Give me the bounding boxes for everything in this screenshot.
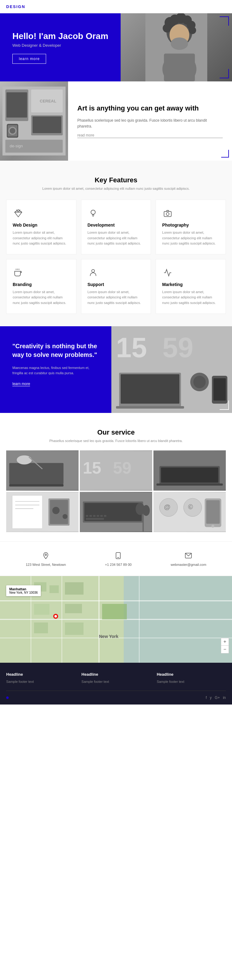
quote-bottom-decoration — [219, 401, 229, 410]
svg-point-39 — [92, 269, 94, 272]
feature-body-marketing: Lorem ipsum dolor sit amet, consectetur … — [162, 290, 219, 306]
email-icon — [184, 551, 193, 560]
map-label-title: Manhattan — [9, 587, 38, 591]
svg-rect-74 — [86, 515, 89, 517]
quote-image-col: 15 59 — [111, 326, 232, 413]
svg-point-69 — [52, 507, 59, 514]
phone-icon — [113, 551, 123, 560]
service-img-1-svg — [6, 450, 79, 491]
footer-heading-2: Headline — [81, 672, 150, 677]
service-image-4 — [6, 492, 79, 532]
svg-rect-80 — [86, 518, 104, 520]
site-logo: DESIGN — [6, 4, 25, 9]
svg-point-91 — [211, 525, 215, 528]
svg-rect-108 — [65, 582, 84, 595]
hero-subtitle: Web Designer & Developer — [13, 43, 219, 48]
quote-content: "Creativity is nothing but the way to so… — [0, 326, 111, 413]
quote-image-svg: 15 59 — [111, 326, 232, 413]
service-heading: Our service — [6, 428, 226, 436]
service-image-3 — [153, 450, 226, 491]
service-image-1 — [6, 450, 79, 491]
svg-point-47 — [193, 376, 206, 388]
svg-rect-15 — [6, 92, 27, 118]
contact-phone-text: +1 234 567 89 00 — [105, 563, 132, 566]
art-read-more-link[interactable]: read more — [77, 133, 223, 138]
map-zoom-out-button[interactable]: − — [221, 646, 229, 653]
footer-body-2: Sample footer text — [81, 679, 150, 685]
hero-content: Hello! I'am Jacob Oram Web Designer & De… — [0, 19, 232, 76]
features-grid: Web Design Lorem ipsum dolor sit amet, c… — [6, 200, 226, 314]
diamond-icon — [13, 208, 24, 219]
hero-section: Hello! I'am Jacob Oram Web Designer & De… — [0, 13, 232, 81]
art-heading: Art is anything you can get away with — [77, 104, 223, 113]
site-footer: Headline Sample footer text Headline Sam… — [0, 663, 232, 705]
svg-rect-75 — [89, 515, 92, 517]
art-image-placeholder: CEREAL de-sign — [0, 81, 68, 161]
map-placeholder: New York Manhattan New York, NY 10036 + … — [0, 576, 232, 663]
feature-card-branding: Branding Lorem ipsum dolor sit amet, con… — [6, 259, 76, 314]
svg-text:de-sign: de-sign — [10, 144, 23, 148]
camera-icon — [162, 208, 173, 219]
art-body: Phasellus scelerisque sed leo quis gravi… — [77, 118, 223, 129]
feature-title-branding: Branding — [13, 282, 70, 287]
svg-rect-44 — [121, 374, 180, 404]
map-label: Manhattan New York, NY 10036 — [6, 585, 41, 596]
footer-body-1: Sample footer text — [6, 679, 75, 685]
svg-rect-49 — [213, 378, 226, 401]
art-collage-svg: CEREAL de-sign — [3, 84, 65, 158]
social-links: f y G+ in — [206, 695, 226, 700]
svg-rect-61 — [157, 483, 223, 485]
service-subtitle: Phasellus scelerisque sed leo quis gravi… — [6, 439, 226, 443]
svg-rect-34 — [164, 212, 172, 216]
quote-image-placeholder: 15 59 — [111, 326, 232, 413]
location-icon — [41, 551, 51, 560]
footer-bottom: f y G+ in — [6, 690, 226, 700]
feature-title-support: Support — [87, 282, 145, 287]
footer-heading-1: Headline — [6, 672, 75, 677]
svg-rect-45 — [116, 406, 184, 409]
svg-rect-79 — [104, 515, 106, 517]
art-image-col: CEREAL de-sign — [0, 81, 68, 161]
service-image-5 — [80, 492, 152, 532]
social-link-googleplus[interactable]: G+ — [215, 695, 219, 700]
contact-phone: +1 234 567 89 00 — [105, 551, 132, 566]
footer-logo-dot — [6, 697, 9, 699]
bulb-icon — [87, 208, 99, 219]
quote-text: "Creativity is nothing but the way to so… — [13, 342, 99, 359]
feature-title-web-design: Web Design — [13, 223, 70, 228]
features-section: Key Features Lorem ipsum dolor sit amet,… — [0, 161, 232, 326]
footer-col-2: Headline Sample footer text — [81, 672, 150, 685]
hero-learn-more-button[interactable]: learn more — [13, 54, 46, 64]
svg-point-92 — [45, 554, 47, 555]
feature-card-development: Development Lorem ipsum dolor sit amet, … — [81, 200, 151, 255]
svg-text:@: @ — [164, 503, 170, 511]
feature-body-branding: Lorem ipsum dolor sit amet, consectetur … — [13, 290, 70, 306]
social-link-facebook[interactable]: f — [206, 695, 207, 700]
svg-text:©: © — [188, 503, 193, 511]
map-zoom-in-button[interactable]: + — [221, 638, 229, 646]
feature-card-web-design: Web Design Lorem ipsum dolor sit amet, c… — [6, 200, 76, 255]
feature-card-photography: Photography Lorem ipsum dolor sit amet, … — [156, 200, 226, 255]
site-header: DESIGN — [0, 0, 232, 13]
service-img-4-svg — [6, 492, 79, 532]
service-img-6-svg: @ © — [153, 492, 226, 532]
feature-title-photography: Photography — [162, 223, 219, 228]
map-zoom-controls: + − — [221, 638, 229, 654]
hand-icon — [13, 267, 24, 278]
svg-rect-93 — [116, 552, 120, 559]
art-section: CEREAL de-sign Art is anything you can g… — [0, 81, 232, 161]
social-link-youtube[interactable]: y — [210, 695, 211, 700]
quote-learn-more-link[interactable]: learn more — [13, 382, 30, 386]
svg-rect-112 — [102, 604, 127, 619]
contact-address-text: 123 West Street, Newtown — [26, 563, 66, 566]
feature-card-support: Support Lorem ipsum dolor sit amet, cons… — [81, 259, 151, 314]
svg-rect-78 — [100, 515, 103, 517]
svg-marker-26 — [14, 210, 22, 217]
feature-body-web-design: Lorem ipsum dolor sit amet, consectetur … — [13, 230, 70, 247]
svg-rect-23 — [32, 116, 61, 133]
service-img-2-svg: 15 59 — [80, 450, 152, 491]
features-heading: Key Features — [6, 176, 226, 184]
social-link-linkedin[interactable]: in — [223, 695, 226, 700]
feature-title-marketing: Marketing — [162, 282, 219, 287]
hero-heading: Hello! I'am Jacob Oram — [13, 31, 219, 41]
